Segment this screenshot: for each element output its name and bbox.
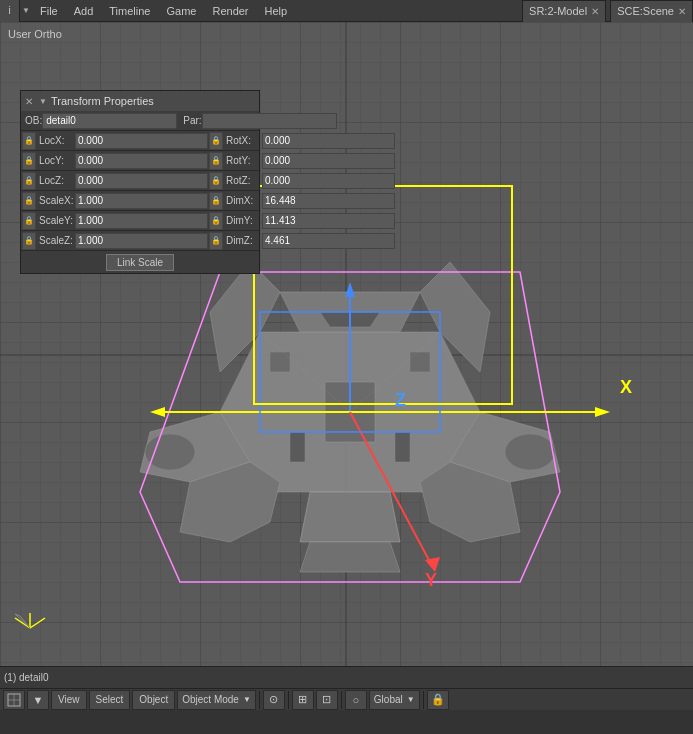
scalex-lock-icon[interactable]: 🔒 [22,192,36,210]
status-bar: (1) detail0 [0,666,693,688]
panel-close[interactable]: ✕ [25,96,33,107]
svg-rect-18 [290,432,305,462]
toolbar-separator-3 [341,691,342,709]
tab-sr2-model[interactable]: SR:2-Model ✕ [522,0,606,22]
lock-icon-btn[interactable]: 🔒 [427,690,449,710]
toolbar-separator-4 [423,691,424,709]
global-dropdown[interactable]: Global ▼ [369,690,420,710]
locy-label: LocY: [37,155,75,166]
locy-input[interactable] [75,153,208,169]
dimy-input[interactable] [262,213,395,229]
tab-close-sce[interactable]: ✕ [678,6,686,17]
tab-sce-scene[interactable]: SCE:Scene ✕ [610,0,693,22]
ob-input[interactable] [42,113,177,129]
ob-par-row: OB: Par: [21,111,259,131]
main-viewport[interactable]: User Ortho ✕ ▼ Transform Properties OB: … [0,22,693,688]
scaley-lock-icon[interactable]: 🔒 [22,212,36,230]
z-axis-label: Z [395,390,406,411]
par-label: Par: [183,115,201,126]
toolbar-separator-1 [259,691,260,709]
svg-point-13 [505,434,555,470]
par-input[interactable] [202,113,337,129]
svg-point-12 [145,434,195,470]
locy-lock-icon[interactable]: 🔒 [22,152,36,170]
panel-collapse-arrow[interactable]: ▼ [39,97,47,106]
scale-dim-x-row: 🔒 ScaleX: 🔒 DimX: [21,191,259,211]
menu-collapse-arrow[interactable]: ▼ [20,0,32,22]
pivot-icon-btn[interactable]: ⊙ [263,690,285,710]
locx-label: LocX: [37,135,75,146]
dimx-lock-icon[interactable]: 🔒 [209,192,223,210]
rotz-field: 🔒 RotZ: [208,171,395,191]
rotx-lock-icon[interactable]: 🔒 [209,132,223,150]
svg-rect-16 [270,352,290,372]
menu-file[interactable]: File [32,0,66,22]
scalex-label: ScaleX: [37,195,75,206]
locz-field: 🔒 LocZ: [21,171,208,191]
rotx-field: 🔒 RotX: [208,131,395,151]
dimy-field: 🔒 DimY: [208,211,395,231]
dimz-label: DimZ: [224,235,262,246]
svg-rect-19 [395,432,410,462]
scalez-lock-icon[interactable]: 🔒 [22,232,36,250]
scalez-input[interactable] [75,233,208,249]
loc-rot-x-row: 🔒 LocX: 🔒 RotX: [21,131,259,151]
roty-field: 🔒 RotY: [208,151,395,171]
x-axis-label: X [620,377,632,398]
dimx-input[interactable] [262,193,395,209]
proportional-icon-btn[interactable]: ○ [345,690,367,710]
loc-rot-y-row: 🔒 LocY: 🔒 RotY: [21,151,259,171]
menu-game[interactable]: Game [158,0,204,22]
locy-field: 🔒 LocY: [21,151,208,171]
svg-marker-20 [300,542,400,572]
rotz-input[interactable] [262,173,395,189]
expand-icon-btn[interactable]: ▼ [27,690,49,710]
dimz-field: 🔒 DimZ: [208,231,395,251]
snap-icon-btn[interactable]: ⊞ [292,690,314,710]
select-button[interactable]: Select [89,690,131,710]
menu-add[interactable]: Add [66,0,102,22]
rotz-lock-icon[interactable]: 🔒 [209,172,223,190]
mode-arrow-icon: ▼ [243,695,251,704]
roty-lock-icon[interactable]: 🔒 [209,152,223,170]
svg-marker-40 [15,614,30,628]
bottom-toolbar: ▼ View Select Object Object Mode ▼ ⊙ ⊞ ⊡… [0,688,693,710]
transform-icon-btn[interactable]: ⊡ [316,690,338,710]
view-button[interactable]: View [51,690,87,710]
viewport-icon-btn[interactable] [3,690,25,710]
dimz-lock-icon[interactable]: 🔒 [209,232,223,250]
dimx-label: DimX: [224,195,262,206]
dimy-lock-icon[interactable]: 🔒 [209,212,223,230]
scale-dim-y-row: 🔒 ScaleY: 🔒 DimY: [21,211,259,231]
roty-input[interactable] [262,153,395,169]
dimz-input[interactable] [262,233,395,249]
link-scale-button[interactable]: Link Scale [106,254,174,271]
viewport-label: User Ortho [8,28,62,40]
blender-icon[interactable]: i [0,0,20,22]
scaley-input[interactable] [75,213,208,229]
scaley-label: ScaleY: [37,215,75,226]
object-button[interactable]: Object [132,690,175,710]
locx-lock-icon[interactable]: 🔒 [22,132,36,150]
roty-label: RotY: [224,155,262,166]
status-text: (1) detail0 [4,672,48,683]
menu-help[interactable]: Help [257,0,296,22]
locz-input[interactable] [75,173,208,189]
locz-lock-icon[interactable]: 🔒 [22,172,36,190]
locx-input[interactable] [75,133,208,149]
scaley-field: 🔒 ScaleY: [21,211,208,231]
locx-field: 🔒 LocX: [21,131,208,151]
dimy-label: DimY: [224,215,262,226]
panel-title: Transform Properties [51,95,154,107]
menu-timeline[interactable]: Timeline [101,0,158,22]
scalex-input[interactable] [75,193,208,209]
rotx-input[interactable] [262,133,395,149]
svg-marker-9 [300,492,400,542]
top-menubar: i ▼ File Add Timeline Game Render Help S… [0,0,693,22]
loc-rot-z-row: 🔒 LocZ: 🔒 RotZ: [21,171,259,191]
svg-line-37 [30,618,45,628]
scalez-field: 🔒 ScaleZ: [21,231,208,251]
mode-dropdown[interactable]: Object Mode ▼ [177,690,256,710]
tab-close-sr2[interactable]: ✕ [591,6,599,17]
menu-render[interactable]: Render [204,0,256,22]
